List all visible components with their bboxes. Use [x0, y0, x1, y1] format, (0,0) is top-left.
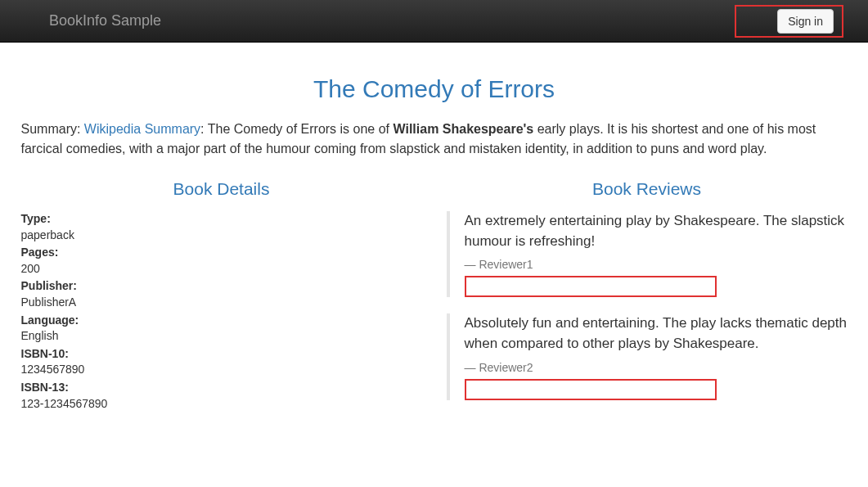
detail-label: ISBN-13:: [21, 381, 69, 394]
detail-value: 200: [21, 261, 422, 277]
reviews-heading: Book Reviews: [447, 179, 848, 199]
detail-label: Type:: [21, 212, 51, 225]
review-text: Absolutely fun and entertaining. The pla…: [465, 313, 848, 354]
detail-row: Type: paperback: [21, 211, 422, 243]
signin-highlight-box: Sign in: [735, 5, 843, 38]
summary-bold: William Shakespeare's: [393, 122, 533, 136]
detail-row: ISBN-10: 1234567890: [21, 346, 422, 378]
summary-paragraph: Summary: Wikipedia Summary: The Comedy o…: [21, 119, 848, 159]
review-item: Absolutely fun and entertaining. The pla…: [447, 313, 848, 399]
detail-value: 1234567890: [21, 362, 422, 378]
review-author: — Reviewer1: [465, 258, 848, 271]
rating-highlight-box: [465, 379, 717, 400]
detail-value: paperback: [21, 228, 422, 244]
wikipedia-link[interactable]: Wikipedia Summary: [84, 122, 200, 136]
summary-label: Summary:: [21, 122, 84, 136]
page-title: The Comedy of Errors: [21, 75, 848, 103]
details-column: Book Details Type: paperback Pages: 200 …: [21, 179, 422, 417]
navbar: BookInfo Sample Sign in: [0, 0, 868, 43]
signin-button[interactable]: Sign in: [777, 9, 834, 34]
detail-label: Publisher:: [21, 279, 77, 292]
detail-label: Pages:: [21, 246, 59, 259]
summary-colon: :: [200, 122, 208, 136]
detail-value: 123-1234567890: [21, 396, 422, 413]
detail-row: Pages: 200: [21, 245, 422, 277]
details-list: Type: paperback Pages: 200 Publisher: Pu…: [21, 211, 422, 412]
navbar-right: Sign in: [735, 5, 852, 38]
detail-label: Language:: [21, 313, 79, 327]
detail-value: English: [21, 328, 422, 345]
review-author: — Reviewer2: [465, 361, 848, 374]
reviews-column: Book Reviews An extremely entertaining p…: [447, 179, 848, 417]
details-heading: Book Details: [21, 179, 422, 199]
review-item: An extremely entertaining play by Shakes…: [447, 211, 848, 297]
navbar-brand[interactable]: BookInfo Sample: [49, 12, 161, 29]
detail-label: ISBN-10:: [21, 347, 69, 360]
summary-part1: The Comedy of Errors is one of: [208, 122, 394, 136]
detail-row: Publisher: PublisherA: [21, 278, 422, 310]
review-text: An extremely entertaining play by Shakes…: [465, 211, 848, 251]
main-container: The Comedy of Errors Summary: Wikipedia …: [9, 43, 860, 433]
detail-value: PublisherA: [21, 295, 422, 311]
columns: Book Details Type: paperback Pages: 200 …: [21, 179, 848, 417]
detail-row: Language: English: [21, 313, 422, 345]
rating-highlight-box: [465, 276, 717, 297]
detail-row: ISBN-13: 123-1234567890: [21, 380, 422, 412]
